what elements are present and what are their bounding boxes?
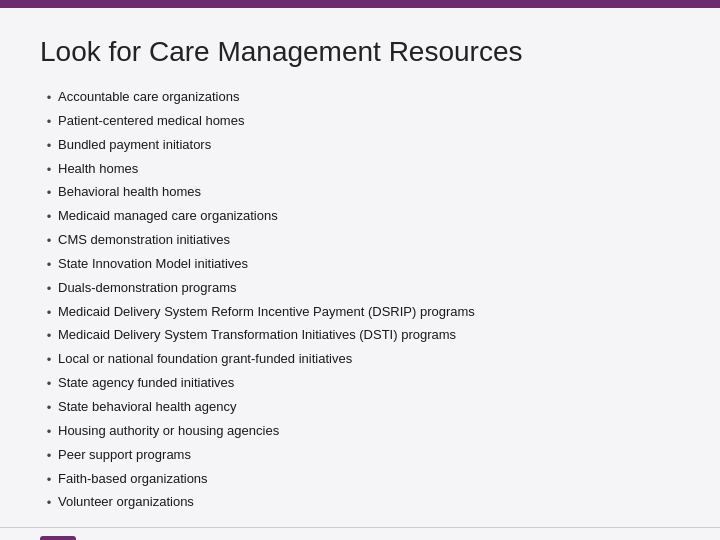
bullet-text: Volunteer organizations	[58, 493, 680, 512]
list-item: •State behavioral health agency	[40, 398, 680, 418]
bullet-dot: •	[40, 231, 58, 251]
bullet-dot: •	[40, 422, 58, 442]
bullet-dot: •	[40, 112, 58, 132]
list-item: •Accountable care organizations	[40, 88, 680, 108]
bullet-text: State Innovation Model initiatives	[58, 255, 680, 274]
bullet-text: Medicaid managed care organizations	[58, 207, 680, 226]
list-item: •Housing authority or housing agencies	[40, 422, 680, 442]
bullet-dot: •	[40, 326, 58, 346]
bullet-dot: •	[40, 255, 58, 275]
bullet-text: Faith-based organizations	[58, 470, 680, 489]
bullet-text: State behavioral health agency	[58, 398, 680, 417]
main-content: Look for Care Management Resources •Acco…	[0, 8, 720, 527]
bullet-list: •Accountable care organizations•Patient-…	[40, 88, 680, 517]
bullet-dot: •	[40, 470, 58, 490]
list-item: •CMS demonstration initiatives	[40, 231, 680, 251]
bullet-dot: •	[40, 398, 58, 418]
bullet-text: Behavioral health homes	[58, 183, 680, 202]
bullet-dot: •	[40, 160, 58, 180]
bullet-dot: •	[40, 303, 58, 323]
list-item: •Behavioral health homes	[40, 183, 680, 203]
bullet-text: Local or national foundation grant-funde…	[58, 350, 680, 369]
list-item: •Faith-based organizations	[40, 470, 680, 490]
list-item: •Volunteer organizations	[40, 493, 680, 513]
slide-container: Look for Care Management Resources •Acco…	[0, 8, 720, 540]
bullet-dot: •	[40, 207, 58, 227]
bullet-text: Medicaid Delivery System Transformation …	[58, 326, 680, 345]
bullet-text: Peer support programs	[58, 446, 680, 465]
bullet-dot: •	[40, 493, 58, 513]
bullet-dot: •	[40, 279, 58, 299]
list-item: •State Innovation Model initiatives	[40, 255, 680, 275]
bullet-dot: •	[40, 374, 58, 394]
bullet-text: Duals-demonstration programs	[58, 279, 680, 298]
bullet-dot: •	[40, 136, 58, 156]
list-item: •Patient-centered medical homes	[40, 112, 680, 132]
bullet-text: Housing authority or housing agencies	[58, 422, 680, 441]
bullet-dot: •	[40, 446, 58, 466]
list-item: •Medicaid Delivery System Transformation…	[40, 326, 680, 346]
bullet-dot: •	[40, 183, 58, 203]
list-item: •Local or national foundation grant-fund…	[40, 350, 680, 370]
bullet-text: Accountable care organizations	[58, 88, 680, 107]
slide-title: Look for Care Management Resources	[40, 36, 680, 68]
bullet-dot: •	[40, 350, 58, 370]
bullet-text: State agency funded initiatives	[58, 374, 680, 393]
bullet-text: Health homes	[58, 160, 680, 179]
bullet-text: Medicaid Delivery System Reform Incentiv…	[58, 303, 680, 322]
list-item: •Medicaid Delivery System Reform Incenti…	[40, 303, 680, 323]
bullet-text: Patient-centered medical homes	[58, 112, 680, 131]
aspire-logo	[40, 536, 76, 540]
bullet-dot: •	[40, 88, 58, 108]
list-item: •Bundled payment initiators	[40, 136, 680, 156]
top-bar	[0, 0, 720, 8]
list-item: •Medicaid managed care organizations	[40, 207, 680, 227]
list-item: •Peer support programs	[40, 446, 680, 466]
bullet-text: Bundled payment initiators	[58, 136, 680, 155]
list-item: •Duals-demonstration programs	[40, 279, 680, 299]
bullet-text: CMS demonstration initiatives	[58, 231, 680, 250]
list-item: •State agency funded initiatives	[40, 374, 680, 394]
list-item: •Health homes	[40, 160, 680, 180]
footer: DESIGNING AND DELIVERING WHOLE-PERSON TR…	[0, 527, 720, 540]
